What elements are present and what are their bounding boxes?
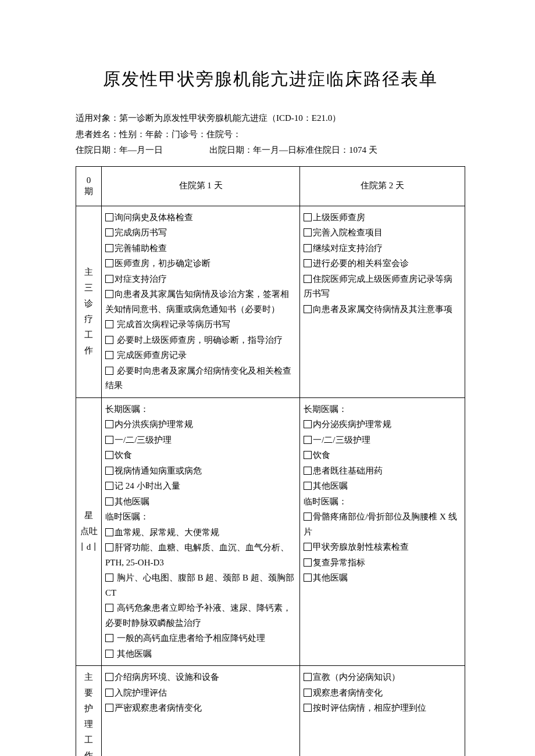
checkbox-icon[interactable] bbox=[105, 259, 113, 267]
checkbox-icon[interactable] bbox=[105, 451, 113, 459]
item-text: 临时医嘱： bbox=[105, 512, 149, 521]
checkbox-icon[interactable] bbox=[105, 336, 113, 344]
list-item: 血常规、尿常规、大便常规 bbox=[105, 525, 296, 540]
checkbox-icon[interactable] bbox=[304, 574, 312, 582]
checkbox-icon[interactable] bbox=[105, 290, 113, 298]
checkbox-icon[interactable] bbox=[304, 689, 312, 697]
checkbox-icon[interactable] bbox=[105, 213, 113, 221]
orders-day2: 长期医嘱：内分泌疾病护理常规一/二/三级护理饮食患者既往基础用药其他医嘱临时医嘱… bbox=[300, 397, 465, 666]
list-item: 内分泌疾病护理常规 bbox=[304, 417, 461, 432]
item-text: 一般的高钙血症患者给予相应降钙处理 bbox=[117, 633, 265, 643]
item-text: 宣教（内分泌病知识） bbox=[313, 672, 400, 682]
checkbox-icon[interactable] bbox=[304, 259, 312, 267]
table-row: 主三诊疗工作 询问病史及体格检查完成病历书写完善辅助检查医师查房，初步确定诊断对… bbox=[76, 206, 465, 397]
item-text: 向患者及家属交待病情及其注意事项 bbox=[313, 304, 452, 314]
checkbox-icon[interactable] bbox=[105, 543, 113, 551]
checkbox-icon[interactable] bbox=[105, 528, 113, 536]
main-work-day1: 询问病史及体格检查完成病历书写完善辅助检查医师查房，初步确定诊断对症支持治疗向患… bbox=[102, 206, 300, 397]
checkbox-icon[interactable] bbox=[304, 275, 312, 283]
table-row: 主要护理工作 介绍病房环境、设施和设备入院护理评估严密观察患者病情变化 宣教（内… bbox=[76, 666, 465, 757]
checkbox-icon[interactable] bbox=[105, 420, 113, 428]
checkbox-icon[interactable] bbox=[105, 634, 113, 642]
checkbox-icon[interactable] bbox=[304, 244, 312, 252]
checkbox-icon[interactable] bbox=[304, 558, 312, 567]
list-item: 对症支持治疗 bbox=[105, 272, 296, 287]
checkbox-icon[interactable] bbox=[105, 689, 113, 697]
checkbox-icon[interactable] bbox=[105, 436, 113, 444]
orders-day1: 长期医嘱：内分洪疾病护理常规一/二/三级护理饮食视病情通知病重或病危记 24 小… bbox=[102, 397, 300, 666]
list-item: 患者既往基础用药 bbox=[304, 464, 461, 479]
list-item: 完成首次病程记录等病历书写 bbox=[105, 317, 296, 332]
pathway-table: 0 期 住院第 1 天 住院第 2 天 主三诊疗工作 询问病史及体格检查完成病历… bbox=[76, 166, 465, 757]
item-text: 进行必要的相关科室会诊 bbox=[313, 259, 409, 268]
checkbox-icon[interactable] bbox=[105, 275, 113, 283]
checkbox-icon[interactable] bbox=[304, 228, 312, 237]
checkbox-icon[interactable] bbox=[105, 704, 113, 712]
checkbox-icon[interactable] bbox=[105, 351, 113, 359]
list-item: 向患者及其家属告知病情及诊治方案，签署相关知情同意书、病重或病危通知书（必要时） bbox=[105, 287, 296, 317]
checkbox-icon[interactable] bbox=[105, 320, 113, 328]
item-text: 长期医嘱： bbox=[304, 404, 347, 414]
checkbox-icon[interactable] bbox=[105, 497, 113, 506]
vertical-char: 工 bbox=[77, 327, 100, 343]
item-text: 必要时上级医师查房，明确诊断，指导治疗 bbox=[117, 335, 283, 345]
item-text: 继续对症支持治疗 bbox=[313, 243, 383, 253]
checkbox-icon[interactable] bbox=[105, 467, 113, 475]
list-item: 长期医嘱： bbox=[105, 402, 296, 417]
vertical-char: 诊 bbox=[77, 296, 100, 311]
checkbox-icon[interactable] bbox=[105, 367, 113, 375]
list-item: 高钙危象患者立即给予补液、速尿、降钙素，必要时静脉双瞵酸盐治疗 bbox=[105, 601, 296, 630]
list-item: 上级医师查房 bbox=[304, 210, 461, 225]
list-item: 其他医嘱 bbox=[105, 495, 296, 510]
item-text: 其他医嘱 bbox=[115, 497, 149, 506]
list-item: 临时医嘱： bbox=[105, 510, 296, 525]
checkbox-icon[interactable] bbox=[105, 482, 113, 490]
item-text: 必要时向患者及家属介绍病情变化及相关检查结果 bbox=[105, 366, 291, 390]
item-text: 向患者及其家属告知病情及诊治方案，签署相关知情同意书、病重或病危通知书（必要时） bbox=[105, 289, 289, 314]
item-text: 甲状旁腺放射性核素检查 bbox=[313, 542, 409, 551]
list-item: 询问病史及体格检查 bbox=[105, 210, 296, 225]
vertical-char: 丨d丨 bbox=[77, 539, 100, 555]
checkbox-icon[interactable] bbox=[304, 482, 312, 490]
item-text: 视病情通知病重或病危 bbox=[115, 466, 202, 475]
item-text: 其他医嘱 bbox=[117, 649, 152, 658]
vertical-char: 主 bbox=[77, 264, 100, 280]
checkbox-icon[interactable] bbox=[304, 451, 312, 459]
checkbox-icon[interactable] bbox=[304, 213, 312, 221]
item-text: 肝肾功能、血糖、电解质、血沉、血气分析、PTH, 25-OH-D3 bbox=[105, 543, 289, 567]
list-item: 介绍病房环境、设施和设备 bbox=[105, 670, 296, 685]
list-item: 长期医嘱： bbox=[304, 402, 461, 417]
checkbox-icon[interactable] bbox=[105, 604, 113, 612]
list-item: 完成医师查房记录 bbox=[105, 348, 296, 363]
checkbox-icon[interactable] bbox=[105, 228, 113, 237]
checkbox-icon[interactable] bbox=[304, 543, 312, 551]
checkbox-icon[interactable] bbox=[304, 420, 312, 428]
list-item: 按时评估病情，相应护理到位 bbox=[304, 701, 461, 716]
meta-line-patient: 患者姓名：性别：年龄：门诊号：住院号： bbox=[76, 127, 465, 142]
checkbox-icon[interactable] bbox=[105, 244, 113, 252]
checkbox-icon[interactable] bbox=[304, 673, 312, 681]
page-title: 原发性甲状旁腺机能亢进症临床路径表单 bbox=[76, 64, 465, 94]
checkbox-icon[interactable] bbox=[105, 650, 113, 658]
table-row: 0 期 住院第 1 天 住院第 2 天 bbox=[76, 166, 465, 206]
vertical-char: 要 bbox=[77, 685, 100, 701]
vertical-char: 作 bbox=[77, 343, 100, 359]
row-label-orders: 星点吐丨d丨 bbox=[76, 397, 102, 666]
item-text: 完成首次病程记录等病历书写 bbox=[117, 320, 230, 329]
checkbox-icon[interactable] bbox=[105, 574, 113, 582]
row-label-main-work: 主三诊疗工作 bbox=[76, 206, 102, 397]
item-text: 复查异常指标 bbox=[313, 558, 365, 567]
checkbox-icon[interactable] bbox=[304, 467, 312, 475]
checkbox-icon[interactable] bbox=[304, 436, 312, 444]
item-text: 高钙危象患者立即给予补液、速尿、降钙素，必要时静脉双瞵酸盐治疗 bbox=[105, 603, 291, 628]
checkbox-icon[interactable] bbox=[105, 673, 113, 681]
checkbox-icon[interactable] bbox=[304, 305, 312, 313]
checkbox-icon[interactable] bbox=[304, 513, 312, 521]
list-item: 饮食 bbox=[304, 448, 461, 463]
list-item: 肝肾功能、血糖、电解质、血沉、血气分析、PTH, 25-OH-D3 bbox=[105, 540, 296, 570]
checkbox-icon[interactable] bbox=[304, 704, 312, 712]
list-item: 复查异常指标 bbox=[304, 556, 461, 571]
list-item: 甲状旁腺放射性核素检查 bbox=[304, 540, 461, 555]
item-text: 对症支持治疗 bbox=[115, 274, 167, 284]
list-item: 严密观察患者病情变化 bbox=[105, 701, 296, 716]
